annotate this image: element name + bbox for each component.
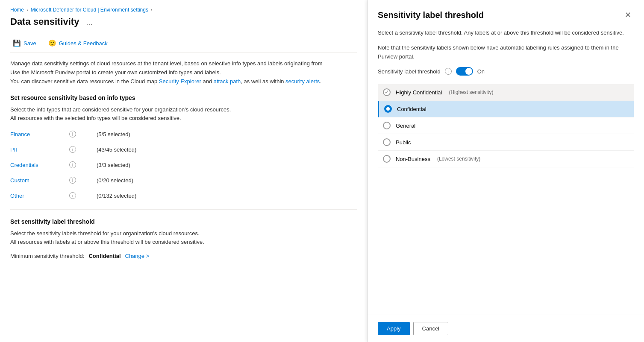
minimum-label: Minimum sensitivity threshold:: [10, 253, 84, 259]
radio-non-business: [383, 155, 391, 163]
option-public[interactable]: Public: [378, 134, 634, 151]
guides-icon: 🙂: [48, 39, 56, 47]
toggle-switch[interactable]: [456, 67, 473, 76]
finance-count: (5/5 selected): [97, 131, 130, 137]
left-panel: Home › Microsoft Defender for Cloud | En…: [0, 0, 368, 342]
info-types-section: Set resource sensitivity based on info t…: [10, 94, 357, 201]
option-confidential[interactable]: Confidential: [378, 101, 634, 117]
radio-highly-confidential: ✓: [383, 88, 391, 96]
finance-link[interactable]: Finance: [10, 131, 66, 137]
security-alerts-link[interactable]: security alerts: [285, 78, 320, 85]
radio-general: [383, 122, 391, 129]
option-label-highly-confidential: Highly Confidential: [396, 89, 442, 96]
toggle-label: Sensitivity label threshold: [378, 68, 441, 75]
breadcrumb-defender[interactable]: Microsoft Defender for Cloud | Environme…: [31, 7, 148, 13]
option-general[interactable]: General: [378, 117, 634, 134]
flyout-panel: Sensitivity label threshold ✕ Select a s…: [368, 0, 644, 342]
radio-public: [383, 138, 391, 146]
other-info-icon[interactable]: i: [69, 192, 76, 199]
checkmark-icon: ✓: [385, 89, 389, 95]
change-link[interactable]: Change >: [125, 253, 150, 259]
threshold-section: Set sensitivity label threshold Select t…: [10, 218, 357, 259]
guides-feedback-button[interactable]: 🙂 Guides & Feedback: [46, 38, 110, 49]
radio-confidential: [384, 105, 392, 113]
list-item: Finance i (5/5 selected): [10, 129, 357, 139]
list-item: Other i (0/132 selected): [10, 190, 357, 201]
flyout-title: Sensitivity label threshold: [378, 10, 484, 20]
flyout-desc2: Note that the sensitivity labels shown b…: [378, 44, 634, 61]
attack-path-link[interactable]: attack path: [214, 78, 241, 85]
toolbar: 💾 Save 🙂 Guides & Feedback: [10, 38, 357, 53]
custom-info-icon[interactable]: i: [69, 177, 76, 184]
breadcrumb: Home › Microsoft Defender for Cloud | En…: [10, 7, 357, 13]
flyout-desc1: Select a sensitivity label threshold. An…: [378, 29, 634, 38]
other-count: (0/132 selected): [97, 193, 136, 199]
cancel-button[interactable]: Cancel: [413, 322, 448, 335]
credentials-info-icon[interactable]: i: [69, 161, 76, 168]
option-label-confidential: Confidential: [397, 106, 426, 112]
close-button[interactable]: ✕: [622, 10, 634, 20]
pii-count: (43/45 selected): [97, 146, 136, 153]
security-explorer-link[interactable]: Security Explorer: [159, 78, 201, 85]
save-button[interactable]: 💾 Save: [10, 38, 39, 49]
list-item: Custom i (0/20 selected): [10, 175, 357, 185]
radio-inner-confidential: [386, 107, 390, 111]
toggle-on-label: On: [477, 68, 485, 75]
info-types-section-title: Set resource sensitivity based on info t…: [10, 94, 357, 101]
save-icon: 💾: [13, 39, 21, 47]
option-sublabel-highly-confidential: (Highest sensitivity): [449, 89, 493, 95]
apply-button[interactable]: Apply: [378, 322, 410, 335]
list-item: PII i (43/45 selected): [10, 144, 357, 155]
options-list: ✓ Highly Confidential (Highest sensitivi…: [378, 84, 634, 167]
option-label-general: General: [396, 123, 415, 129]
toggle-row: Sensitivity label threshold i On: [378, 67, 634, 76]
minimum-threshold-row: Minimum sensitivity threshold: Confident…: [10, 253, 357, 259]
option-sublabel-non-business: (Lowest sensitivity): [437, 156, 480, 162]
breadcrumb-home[interactable]: Home: [10, 7, 24, 13]
option-label-public: Public: [396, 139, 411, 146]
more-options-button[interactable]: ···: [84, 20, 94, 29]
info-types-section-desc: Select the info types that are considere…: [10, 105, 357, 122]
breadcrumb-sep1: ›: [26, 7, 28, 12]
pii-info-icon[interactable]: i: [69, 146, 76, 153]
pii-link[interactable]: PII: [10, 146, 66, 153]
other-link[interactable]: Other: [10, 193, 66, 199]
breadcrumb-sep2: ›: [151, 7, 153, 12]
minimum-value: Confidential: [88, 253, 121, 259]
section-divider: [10, 209, 357, 210]
toggle-thumb: [465, 68, 472, 75]
option-non-business[interactable]: Non-Business (Lowest sensitivity): [378, 151, 634, 167]
option-label-non-business: Non-Business: [396, 156, 430, 162]
toggle-track: [456, 67, 473, 76]
flyout-header: Sensitivity label threshold ✕: [378, 10, 634, 20]
save-label: Save: [24, 40, 36, 47]
custom-count: (0/20 selected): [97, 177, 133, 184]
flyout-footer: Apply Cancel: [368, 315, 644, 342]
custom-link[interactable]: Custom: [10, 177, 66, 184]
option-highly-confidential[interactable]: ✓ Highly Confidential (Highest sensitivi…: [378, 84, 634, 101]
finance-info-icon[interactable]: i: [69, 131, 76, 137]
page-title: Data sensitivity: [10, 16, 79, 27]
threshold-section-title: Set sensitivity label threshold: [10, 218, 357, 225]
description: Manage data sensitivity settings of clou…: [10, 59, 357, 86]
guides-label: Guides & Feedback: [59, 40, 108, 47]
threshold-section-desc: Select the sensitivity labels threshold …: [10, 229, 357, 246]
list-item: Credentials i (3/3 selected): [10, 160, 357, 170]
toggle-info-icon[interactable]: i: [445, 68, 452, 75]
credentials-count: (3/3 selected): [97, 162, 130, 168]
credentials-link[interactable]: Credentials: [10, 162, 66, 168]
